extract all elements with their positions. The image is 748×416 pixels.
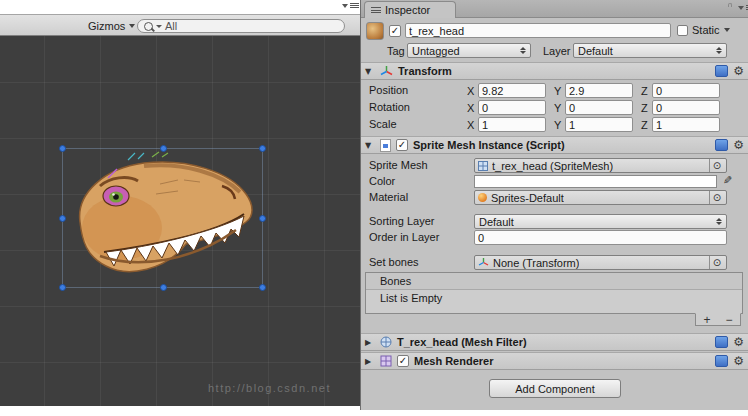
selection-handle[interactable] — [59, 284, 66, 291]
foldout-icon[interactable] — [365, 141, 375, 150]
bones-list-header[interactable]: Bones — [366, 273, 742, 290]
gameobject-name-input[interactable] — [405, 23, 671, 38]
object-picker-icon[interactable] — [709, 159, 724, 172]
gear-icon[interactable] — [733, 139, 744, 151]
object-picker-icon[interactable] — [709, 256, 724, 269]
rotation-x-input[interactable] — [478, 100, 546, 115]
remove-bone-button[interactable]: − — [725, 315, 732, 325]
mesh-renderer-header[interactable]: Mesh Renderer — [361, 352, 748, 370]
sprite-selection-box[interactable] — [62, 148, 263, 288]
sorting-layer-dropdown[interactable]: Default — [474, 214, 727, 229]
tag-dropdown[interactable]: Untagged — [407, 43, 531, 58]
add-component-button[interactable]: Add Component — [489, 379, 621, 398]
gear-icon[interactable] — [733, 336, 744, 348]
selection-handle[interactable] — [160, 284, 167, 291]
help-icon[interactable] — [715, 336, 728, 348]
selection-handle[interactable] — [160, 145, 167, 152]
foldout-icon[interactable] — [365, 357, 375, 366]
scale-z-input[interactable] — [652, 117, 720, 132]
selection-handle[interactable] — [59, 215, 66, 222]
selection-handle[interactable] — [259, 145, 266, 152]
rotation-y-input[interactable] — [565, 100, 633, 115]
help-icon[interactable] — [715, 355, 728, 367]
scene-pane-menu-icon[interactable] — [342, 3, 359, 8]
tag-label: Tag — [387, 45, 405, 57]
inspector-tabbar: Inspector — [361, 0, 748, 18]
position-y-input[interactable] — [565, 83, 633, 98]
position-z-input[interactable] — [652, 83, 720, 98]
tab-inspector[interactable]: Inspector — [364, 1, 456, 18]
mesh-renderer-icon — [380, 355, 392, 367]
scene-search-input[interactable]: All — [137, 19, 345, 33]
gameobject-active-checkbox[interactable] — [389, 25, 401, 37]
gear-icon[interactable] — [733, 355, 744, 367]
sprite-mesh-instance-header[interactable]: Sprite Mesh Instance (Script) — [361, 136, 748, 154]
selection-handle[interactable] — [59, 145, 66, 152]
chevron-down-icon — [129, 24, 135, 28]
axis-x-label: X — [467, 85, 474, 97]
rotation-z-input[interactable] — [652, 100, 720, 115]
scale-label: Scale — [369, 118, 397, 130]
scene-view: Gizmos All — [0, 0, 360, 416]
gear-icon[interactable] — [733, 65, 744, 77]
position-x-input[interactable] — [478, 83, 546, 98]
scale-row: Scale X Y Z — [361, 117, 748, 133]
search-icon — [144, 22, 153, 31]
selection-handle[interactable] — [259, 215, 266, 222]
add-bone-button[interactable]: + — [703, 315, 710, 325]
sorting-layer-label: Sorting Layer — [369, 215, 434, 227]
static-dropdown[interactable]: Static — [677, 24, 730, 36]
foldout-icon[interactable] — [365, 338, 375, 347]
inspector-menu-icon[interactable] — [738, 5, 748, 10]
rotation-label: Rotation — [369, 101, 410, 113]
tag-layer-row: Tag Untagged Layer Default — [361, 43, 748, 59]
inspector-panel: Inspector Static Tag Untagged Layer — [360, 0, 748, 410]
bones-list-footer: + − — [695, 313, 741, 326]
transform-header[interactable]: Transform — [361, 62, 748, 80]
help-icon[interactable] — [715, 65, 728, 77]
sprite-mesh-value: t_rex_head (SpriteMesh) — [492, 160, 613, 172]
popup-caret-icon — [516, 47, 526, 54]
axis-y-label: Y — [554, 102, 561, 114]
material-object-field[interactable]: Sprites-Default — [474, 190, 727, 205]
material-value: Sprites-Default — [491, 192, 564, 204]
gizmos-dropdown[interactable]: Gizmos — [84, 18, 139, 34]
sprite-mesh-object-field[interactable]: t_rex_head (SpriteMesh) — [474, 158, 727, 173]
set-bones-value: None (Transform) — [493, 257, 579, 269]
eyedropper-icon[interactable] — [723, 174, 732, 187]
scene-viewport[interactable] — [0, 36, 360, 406]
scene-toolbar: Gizmos All — [0, 14, 360, 36]
set-bones-label: Set bones — [369, 256, 419, 268]
bones-empty-row: List is Empty — [366, 290, 742, 306]
hamburger-icon — [350, 3, 359, 8]
color-swatch[interactable] — [474, 175, 717, 188]
order-in-layer-label: Order in Layer — [369, 231, 439, 243]
axis-z-label: Z — [641, 102, 648, 114]
sorting-layer-row: Sorting Layer Default — [361, 214, 748, 230]
object-picker-icon[interactable] — [709, 191, 724, 204]
static-checkbox[interactable] — [677, 25, 688, 36]
layer-dropdown[interactable]: Default — [573, 43, 727, 58]
chevron-down-icon — [156, 25, 162, 28]
bones-empty-label: List is Empty — [380, 292, 442, 304]
material-row: Material Sprites-Default — [361, 190, 748, 206]
order-in-layer-input[interactable] — [474, 230, 727, 245]
foldout-icon[interactable] — [365, 67, 375, 76]
scale-x-input[interactable] — [478, 117, 546, 132]
tag-value: Untagged — [412, 45, 460, 57]
scale-y-input[interactable] — [565, 117, 633, 132]
mesh-filter-header[interactable]: T_rex_head (Mesh Filter) — [361, 333, 748, 351]
component-enabled-checkbox[interactable] — [397, 355, 409, 367]
axis-y-label: Y — [554, 85, 561, 97]
popup-caret-icon — [712, 218, 722, 225]
set-bones-object-field[interactable]: None (Transform) — [474, 255, 727, 270]
search-scope-label: All — [165, 20, 177, 32]
selection-handle[interactable] — [259, 284, 266, 291]
help-icon[interactable] — [715, 139, 728, 151]
axis-z-label: Z — [641, 119, 648, 131]
sprite-mesh-instance-title: Sprite Mesh Instance (Script) — [413, 139, 565, 151]
component-enabled-checkbox[interactable] — [396, 139, 408, 151]
gameobject-thumbnail[interactable] — [366, 22, 384, 40]
chevron-down-icon — [724, 28, 730, 32]
sprite-mesh-label: Sprite Mesh — [369, 159, 428, 171]
